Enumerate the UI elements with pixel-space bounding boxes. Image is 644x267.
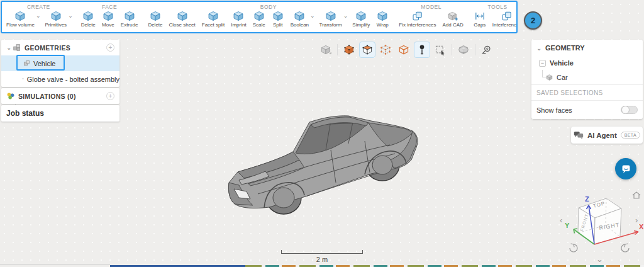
chevron-down-icon[interactable]: ⌄ xyxy=(536,45,543,52)
face-select-cube-icon xyxy=(361,44,374,55)
flow-volume-cube-icon xyxy=(14,11,26,21)
geometries-header[interactable]: ⌄ GEOMETRIES + xyxy=(1,40,119,55)
toolbar-group-face: FACE Delete Move Extrude xyxy=(78,2,142,32)
geometry-detail-panel: ⌄ GEOMETRY − Vehicle Car SAVED SELECTION… xyxy=(531,40,643,119)
viewport-divider xyxy=(337,44,338,55)
chevron-down-icon[interactable]: ⌄ xyxy=(6,44,13,51)
facet-split-cube-icon xyxy=(207,11,219,21)
toolbar-group-create: CREATE Flow volume ⌄ Primitives ⌄ xyxy=(3,2,74,32)
group-label-create: CREATE xyxy=(3,4,74,10)
volume-select-button[interactable] xyxy=(341,42,357,58)
flow-volume-button[interactable]: Flow volume xyxy=(3,11,38,28)
primitives-button[interactable]: Primitives xyxy=(42,11,70,28)
imprint-button[interactable]: Imprint xyxy=(228,11,249,28)
primitives-cube-icon xyxy=(50,11,62,21)
add-cad-button[interactable]: Add CAD xyxy=(439,11,466,28)
face-select-button[interactable] xyxy=(359,42,375,58)
chevron-down-icon[interactable]: ⌄ xyxy=(596,254,603,264)
volume-select-cube-icon xyxy=(343,44,355,55)
edge-select-button[interactable] xyxy=(396,42,412,58)
close-sheet-button[interactable]: Close sheet xyxy=(166,11,199,28)
axis-y-label: Y xyxy=(565,222,570,229)
scale-button[interactable]: Scale xyxy=(250,11,269,28)
marquee-select-icon xyxy=(434,44,447,55)
gaps-button[interactable]: Gaps xyxy=(470,11,489,28)
simulations-header[interactable]: SIMULATIONS (0) + xyxy=(1,88,119,104)
interferences-icon xyxy=(501,11,513,21)
boolean-button[interactable]: Boolean xyxy=(287,11,312,28)
geometry-item-globe-valve[interactable]: Globe valve - bolted assembly xyxy=(1,71,119,87)
scale-label: 2 m xyxy=(281,256,363,263)
car-3d-model[interactable] xyxy=(225,102,445,219)
interferences-button[interactable]: Interferences xyxy=(489,11,518,28)
tree-node-vehicle[interactable]: − Vehicle xyxy=(531,56,643,70)
add-simulation-button[interactable]: + xyxy=(106,92,114,100)
tree-node-car[interactable]: Car xyxy=(531,70,643,84)
viewport-divider xyxy=(475,44,475,55)
edge-select-cube-icon xyxy=(397,44,410,55)
group-label-body: BODY xyxy=(145,4,392,10)
ai-agent-button[interactable]: AI Agent BETA xyxy=(571,127,643,144)
split-button[interactable]: Split xyxy=(269,11,287,28)
extrude-face-cube-icon xyxy=(123,11,136,21)
job-status-header[interactable]: Job status xyxy=(1,105,119,122)
toolbar-group-tools: TOOLS Gaps Interferences xyxy=(470,2,518,32)
facet-split-button[interactable]: Facet split xyxy=(199,11,228,28)
show-hidden-bodies-button[interactable] xyxy=(455,42,472,58)
rotate-right-chevron-icon[interactable]: › xyxy=(635,215,638,225)
simulations-icon xyxy=(6,92,15,100)
speech-bubble-icon xyxy=(621,164,631,174)
show-faces-row: Show faces xyxy=(531,101,643,119)
body-delete-button[interactable]: Delete xyxy=(145,11,165,28)
measure-tape-icon xyxy=(480,44,493,55)
face-delete-button[interactable]: Delete xyxy=(78,11,99,28)
pin-icon xyxy=(416,43,428,56)
delete-face-cube-icon xyxy=(82,11,94,21)
add-cad-icon xyxy=(447,11,459,21)
wrap-button[interactable]: Wrap xyxy=(373,11,392,28)
group-label-face: FACE xyxy=(78,4,142,10)
fix-interferences-icon xyxy=(411,11,424,21)
scale-bar: 2 m xyxy=(281,250,363,263)
transform-button[interactable]: Transform xyxy=(316,11,345,28)
fix-interferences-button[interactable]: Fix interferences xyxy=(396,11,439,28)
roll-ccw-button[interactable] xyxy=(570,244,577,252)
job-status-panel: Job status xyxy=(1,105,119,122)
axis-x-label: X xyxy=(639,223,644,230)
group-label-tools: TOOLS xyxy=(470,4,518,10)
saved-selections-header[interactable]: SAVED SELECTIONS xyxy=(531,84,643,101)
support-chat-button[interactable] xyxy=(615,158,636,179)
viewport-divider xyxy=(452,44,452,55)
box-select-button[interactable] xyxy=(432,42,448,58)
bottom-edge-line xyxy=(0,264,110,264)
delete-body-cube-icon xyxy=(149,11,162,21)
toolbar-group-body: BODY Delete Close sheet Facet split Impr… xyxy=(145,2,392,32)
geometry-panel-header[interactable]: ⌄ GEOMETRY xyxy=(531,40,643,56)
navigation-cube[interactable]: TOP RIGHT FRONT Z Y X ‹ › ⌄ xyxy=(555,188,644,264)
group-label-model: MODEL xyxy=(396,4,467,10)
rotate-left-chevron-icon[interactable]: ‹ xyxy=(560,215,562,225)
split-cube-icon xyxy=(272,11,284,21)
simplify-button[interactable]: Simplify xyxy=(349,11,373,28)
boolean-cube-icon xyxy=(293,11,306,21)
simulations-panel: SIMULATIONS (0) + xyxy=(1,88,119,104)
face-extrude-button[interactable]: Extrude xyxy=(118,11,142,28)
geometry-item-vehicle[interactable]: Vehicle xyxy=(1,55,119,71)
face-move-button[interactable]: Move xyxy=(99,11,118,28)
show-faces-toggle[interactable] xyxy=(621,106,638,114)
geometry-cube-icon xyxy=(23,76,24,82)
chat-bubbles-icon xyxy=(574,131,584,139)
measure-button[interactable] xyxy=(479,42,495,58)
move-face-cube-icon xyxy=(102,11,114,21)
add-geometry-button[interactable]: + xyxy=(106,43,114,52)
imprint-cube-icon xyxy=(232,11,245,21)
toolbar-group-model: MODEL Fix interferences Add CAD xyxy=(396,2,467,32)
axis-z-label: Z xyxy=(585,195,589,203)
navcube-home-button[interactable] xyxy=(633,192,640,198)
probe-pin-button[interactable] xyxy=(414,42,430,58)
roll-cw-button[interactable] xyxy=(621,244,629,252)
transform-gizmo-icon xyxy=(325,11,337,21)
collapse-icon[interactable]: − xyxy=(539,60,546,67)
hidden-geometry-button[interactable] xyxy=(318,42,334,58)
vertex-select-button[interactable] xyxy=(377,42,394,58)
